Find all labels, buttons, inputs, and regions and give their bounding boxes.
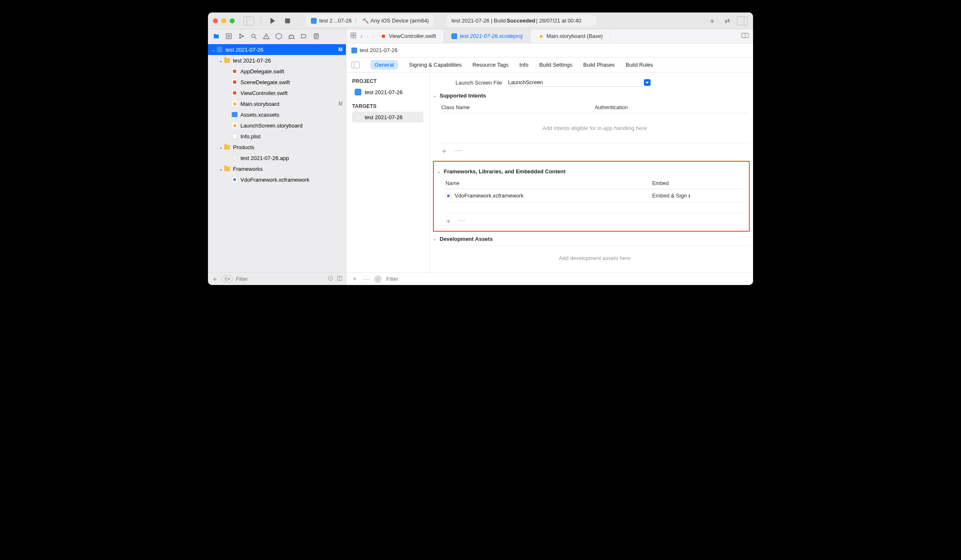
- editor-tab-project[interactable]: test 2021-07-26.xcodeproj: [444, 29, 531, 43]
- stop-button[interactable]: [282, 18, 293, 23]
- project-icon: [451, 33, 457, 39]
- test-navigator-icon[interactable]: [275, 33, 282, 40]
- disclosure-icon[interactable]: ⌄: [218, 145, 224, 150]
- nav-item[interactable]: ⌄Products: [208, 142, 346, 152]
- filter-scope-icon[interactable]: ☰▾: [222, 275, 233, 282]
- frameworks-table-header: Name Embed: [444, 178, 746, 189]
- recent-filter-icon[interactable]: [328, 275, 333, 282]
- nav-item[interactable]: ViewController.swift: [208, 88, 346, 98]
- activity-view[interactable]: test 2021-07-26 | Build Succeeded | 28/0…: [446, 15, 596, 27]
- tab-build-phases[interactable]: Build Phases: [583, 62, 615, 68]
- code-review-button[interactable]: ⇄: [721, 17, 733, 25]
- svg-rect-10: [354, 35, 356, 38]
- nav-item[interactable]: ⌄test 2021-07-26: [208, 55, 346, 66]
- chevron-down-icon: ⌄: [433, 93, 436, 98]
- xcframework-icon: [445, 193, 451, 199]
- add-button[interactable]: ＋: [211, 274, 218, 284]
- launch-screen-value[interactable]: LaunchScreen: [508, 78, 641, 87]
- tab-general[interactable]: General: [370, 60, 398, 70]
- editor-tab-label: ViewController.swift: [389, 33, 436, 39]
- project-icon: [351, 48, 357, 53]
- target-row-label: test 2021-07-26: [365, 114, 403, 120]
- swift-file-icon: [232, 90, 238, 96]
- editor-footer: ＋ — @: [346, 272, 753, 285]
- report-navigator-icon[interactable]: [313, 33, 320, 40]
- nav-item-label: Main.storyboard: [240, 101, 338, 107]
- library-button[interactable]: ＋: [706, 16, 718, 26]
- project-row[interactable]: test 2021-07-26: [352, 87, 423, 98]
- frameworks-section[interactable]: ⌄ Frameworks, Libraries, and Embedded Co…: [437, 168, 746, 175]
- nav-item[interactable]: Main.storyboardM: [208, 98, 346, 109]
- tab-info[interactable]: Info: [519, 62, 528, 68]
- editor-options-icon[interactable]: [741, 32, 749, 40]
- project-icon: [311, 18, 317, 24]
- toggle-navigator-button[interactable]: [243, 16, 255, 25]
- debug-navigator-icon[interactable]: [288, 33, 295, 40]
- subtoolbar: ‹ › ViewController.swift test 2021-07-26…: [208, 29, 753, 43]
- remove-intent-button[interactable]: —: [454, 146, 461, 156]
- add-target-button[interactable]: ＋: [351, 275, 358, 283]
- source-control-navigator-icon[interactable]: [225, 33, 232, 40]
- editor-tab-label: Main.storyboard (Base): [546, 33, 603, 39]
- related-items-icon[interactable]: [350, 32, 356, 40]
- nav-root-project[interactable]: ⌄ test 2021-07-26 M: [208, 44, 346, 55]
- supported-intents-section[interactable]: ⌄ Supported Intents: [433, 92, 750, 99]
- filter-scope-icon[interactable]: @: [375, 276, 381, 282]
- disclosure-icon[interactable]: ⌄: [210, 48, 216, 52]
- scm-filter-icon[interactable]: [337, 275, 343, 282]
- nav-item[interactable]: ⌄Frameworks: [208, 163, 346, 174]
- nav-item[interactable]: VdoFramework.xcframework: [208, 174, 346, 185]
- nav-item-label: test 2021-07-26.app: [240, 155, 343, 161]
- nav-item[interactable]: Info.plist: [208, 131, 346, 142]
- nav-item-label: Frameworks: [233, 166, 343, 172]
- stop-icon: [285, 18, 290, 23]
- nav-item[interactable]: Assets.xcassets: [208, 109, 346, 120]
- remove-target-button[interactable]: —: [363, 275, 370, 283]
- breakpoint-navigator-icon[interactable]: [300, 33, 307, 40]
- tab-signing[interactable]: Signing & Capabilities: [409, 62, 461, 68]
- disclosure-icon[interactable]: ⌄: [218, 167, 224, 171]
- target-row[interactable]: test 2021-07-26: [352, 112, 423, 122]
- toggle-targets-panel-icon[interactable]: [351, 62, 360, 68]
- embed-value: Embed & Sign: [652, 192, 687, 199]
- close-window-button[interactable]: [213, 18, 218, 23]
- remove-framework-button[interactable]: —: [458, 216, 465, 226]
- navigator-filter-input[interactable]: [236, 276, 324, 282]
- storyboard-icon: [538, 33, 544, 39]
- framework-row[interactable]: VdoFramework.xcframework Embed & Sign ▴▾: [444, 189, 746, 202]
- find-navigator-icon[interactable]: [250, 33, 257, 40]
- symbol-navigator-icon[interactable]: [238, 33, 245, 40]
- storyboard-icon: [232, 122, 238, 128]
- minimize-window-button[interactable]: [221, 18, 226, 23]
- back-button[interactable]: ‹: [360, 32, 363, 40]
- nav-item[interactable]: test 2021-07-26.app: [208, 152, 346, 163]
- xcode-window: test 2…07-26 〉 🔨 Any iOS Device (arm64) …: [208, 12, 753, 285]
- svg-point-4: [252, 34, 255, 38]
- tab-build-settings[interactable]: Build Settings: [539, 62, 573, 68]
- editor-tab-viewcontroller[interactable]: ViewController.swift: [373, 29, 444, 43]
- nav-item[interactable]: SceneDelegate.swift: [208, 77, 346, 88]
- scheme-selector[interactable]: test 2…07-26 〉 🔨 Any iOS Device (arm64): [306, 15, 434, 27]
- issue-navigator-icon[interactable]: [263, 33, 270, 40]
- add-intent-button[interactable]: ＋: [440, 146, 448, 156]
- tab-build-rules[interactable]: Build Rules: [626, 62, 653, 68]
- nav-item[interactable]: AppDelegate.swift: [208, 66, 346, 77]
- disclosure-icon[interactable]: ⌄: [218, 58, 224, 63]
- editor-tab-storyboard[interactable]: Main.storyboard (Base): [531, 29, 611, 43]
- dev-assets-section[interactable]: ⌄ Development Assets: [433, 236, 750, 242]
- add-framework-button[interactable]: ＋: [445, 216, 452, 226]
- editor-path-bar[interactable]: test 2021-07-26: [346, 43, 753, 58]
- toggle-inspector-button[interactable]: [736, 16, 748, 25]
- project-navigator-icon[interactable]: [213, 33, 220, 40]
- zoom-window-button[interactable]: [230, 18, 235, 23]
- navigator-selector-bar: [208, 29, 346, 43]
- svg-rect-7: [351, 32, 353, 35]
- tab-resource-tags[interactable]: Resource Tags: [473, 62, 508, 68]
- embed-picker[interactable]: Embed & Sign ▴▾: [652, 192, 744, 199]
- editor-filter-input[interactable]: [386, 276, 456, 282]
- forward-button[interactable]: ›: [367, 32, 369, 40]
- nav-item[interactable]: LaunchScreen.storyboard: [208, 120, 346, 131]
- dropdown-icon[interactable]: [644, 79, 651, 86]
- run-button[interactable]: [267, 18, 278, 24]
- framework-name: VdoFramework.xcframework: [455, 192, 523, 199]
